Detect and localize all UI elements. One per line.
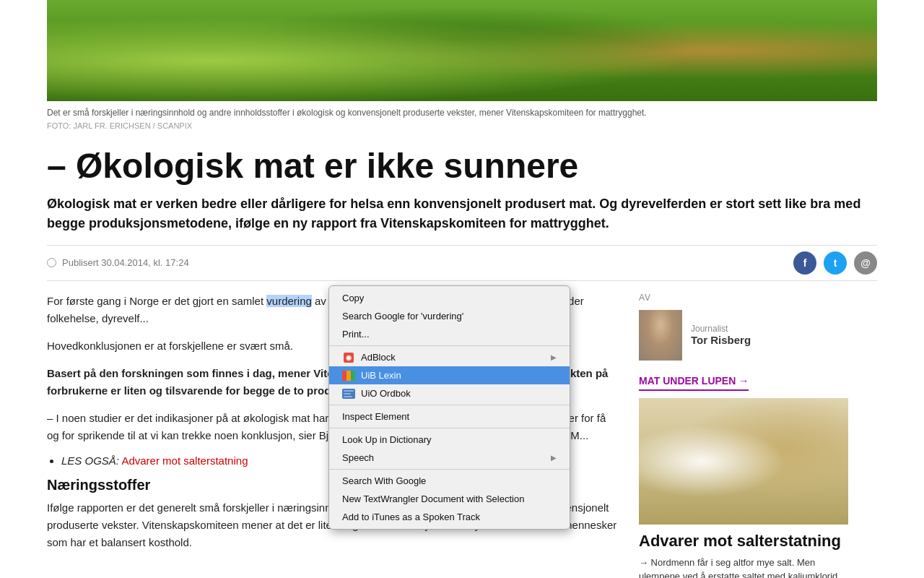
sidebar-article-image <box>639 398 848 525</box>
article-headline: – Økologisk mat er ikke sunnere <box>47 147 877 186</box>
ctx-search-with-google[interactable]: Search With Google <box>329 472 570 490</box>
ctx-separator-2 <box>329 405 570 405</box>
clock-icon <box>47 258 56 267</box>
author-info: Journalist Tor Risberg <box>691 324 751 346</box>
ctx-adblock-label: AdBlock <box>361 352 396 363</box>
ctx-inspect[interactable]: Inspect Element <box>329 407 570 426</box>
ctx-separator-4 <box>329 469 570 470</box>
ctx-speech-arrow: ▶ <box>551 454 557 462</box>
publish-label: Publisert 30.04.2014, kl. 17:24 <box>62 257 189 268</box>
ctx-uio-label: UiO Ordbok <box>361 388 411 399</box>
sidebar: AV Journalist Tor Risberg MAT UNDER LUPE… <box>639 293 848 578</box>
ctx-add-itunes-label: Add to iTunes as a Spoken Track <box>342 512 480 522</box>
svg-rect-3 <box>344 396 352 397</box>
twitter-share-button[interactable]: t <box>824 251 847 275</box>
publish-time: Publisert 30.04.2014, kl. 17:24 <box>47 257 189 268</box>
ctx-copy-label: Copy <box>342 293 364 303</box>
ctx-uib-lexin[interactable]: UiB Lexin <box>329 366 570 384</box>
ctx-print[interactable]: Print... <box>329 325 570 343</box>
author-name: Tor Risberg <box>691 334 751 346</box>
ctx-adblock[interactable]: ◉ AdBlock ▶ <box>329 348 570 366</box>
ctx-search-with-google-label: Search With Google <box>342 475 426 486</box>
author-role: Journalist <box>691 324 751 334</box>
adblock-icon: ◉ <box>342 353 355 363</box>
sidebar-article-blurb: → Nordmenn får i seg altfor mye salt. Me… <box>639 556 848 578</box>
ctx-speech-label: Speech <box>342 452 374 463</box>
article-subheadline: Økologisk mat er verken bedre eller dårl… <box>47 194 877 233</box>
caption-area: Det er små forskjeller i næringsinnhold … <box>47 101 877 134</box>
uio-icon <box>342 389 355 399</box>
email-share-button[interactable]: @ <box>854 251 877 275</box>
ctx-new-textwrangler[interactable]: New TextWrangler Document with Selection <box>329 490 570 508</box>
ctx-inspect-label: Inspect Element <box>342 411 409 422</box>
meta-row: Publisert 30.04.2014, kl. 17:24 f t @ <box>47 245 877 281</box>
ctx-add-itunes[interactable]: Add to iTunes as a Spoken Track <box>329 508 570 526</box>
photo-credit: FOTO: JARL FR. ERICHSEN / SCANPIX <box>47 121 877 131</box>
ctx-uib-label: UiB Lexin <box>361 370 401 381</box>
ctx-copy[interactable]: Copy <box>329 289 570 307</box>
hero-image <box>47 0 877 101</box>
les-ogsa-label: LES OGSÅ: <box>61 454 119 467</box>
sidebar-article-title: Advarer mot salterstatning <box>639 532 848 551</box>
social-icons: f t @ <box>793 251 877 275</box>
ctx-separator-3 <box>329 428 570 428</box>
sidebar-av-label: AV <box>639 293 848 303</box>
ctx-lookup-label: Look Up in Dictionary <box>342 434 432 445</box>
ctx-uio-ordbok[interactable]: UiO Ordbok <box>329 384 570 402</box>
svg-rect-2 <box>344 393 351 394</box>
ctx-search-google[interactable]: Search Google for 'vurdering' <box>329 307 570 325</box>
mat-under-lupen-link[interactable]: MAT UNDER LUPEN → <box>639 375 749 391</box>
author-card: Journalist Tor Risberg <box>639 310 848 361</box>
ctx-separator-1 <box>329 345 570 346</box>
ctx-new-textwrangler-label: New TextWrangler Document with Selection <box>342 493 524 504</box>
ctx-search-google-label: Search Google for 'vurdering' <box>342 311 463 322</box>
ctx-adblock-arrow: ▶ <box>551 353 557 361</box>
ctx-lookup-dictionary[interactable]: Look Up in Dictionary <box>329 431 570 449</box>
list-link[interactable]: Advarer mot salterstatning <box>121 454 248 467</box>
context-menu: Copy Search Google for 'vurdering' Print… <box>328 285 570 530</box>
image-caption: Det er små forskjeller i næringsinnhold … <box>47 107 877 119</box>
ctx-speech[interactable]: Speech ▶ <box>329 449 570 467</box>
svg-rect-1 <box>344 390 354 392</box>
author-avatar <box>639 310 682 361</box>
facebook-share-button[interactable]: f <box>793 251 816 275</box>
ctx-print-label: Print... <box>342 329 370 340</box>
uib-icon <box>342 371 355 381</box>
highlighted-word: vurdering <box>266 295 312 307</box>
